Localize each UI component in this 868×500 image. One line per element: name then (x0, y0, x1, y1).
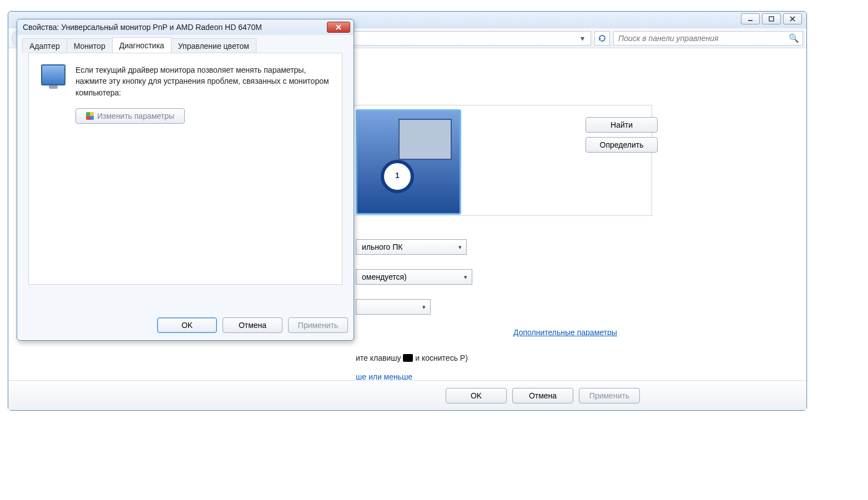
maximize-button[interactable] (762, 13, 781, 24)
tab-color-management[interactable]: Управление цветом (171, 38, 256, 53)
svg-line-3 (790, 17, 795, 21)
dialog-apply-button[interactable]: Применить (288, 317, 348, 333)
change-parameters-button[interactable]: Изменить параметры (75, 108, 185, 124)
display-dropdown[interactable]: ильного ПК (356, 239, 467, 255)
find-button[interactable]: Найти (586, 117, 658, 133)
close-button[interactable] (783, 13, 802, 24)
main-footer: OK Отмена Применить (8, 380, 806, 410)
display-number-badge: 1 (381, 160, 414, 193)
address-dropdown-icon[interactable]: ▾ (577, 34, 587, 43)
dialog-cancel-button[interactable]: Отмена (223, 317, 282, 333)
main-apply-button[interactable]: Применить (579, 388, 640, 403)
dialog-titlebar: Свойства: Универсальный монитор PnP и AM… (17, 19, 354, 35)
display-thumbnail[interactable]: 1 (356, 109, 461, 215)
search-icon[interactable]: 🔍 (789, 33, 799, 43)
orientation-dropdown[interactable] (356, 299, 431, 315)
resolution-dropdown[interactable]: омендуется) (356, 269, 472, 285)
search-input[interactable] (617, 33, 789, 43)
main-ok-button[interactable]: OK (446, 388, 507, 403)
tab-adapter[interactable]: Адаптер (22, 38, 67, 53)
uac-shield-icon (86, 112, 94, 120)
tab-diagnostics[interactable]: Диагностика (112, 37, 171, 53)
windows-key-icon (403, 354, 413, 362)
svg-line-2 (790, 17, 795, 21)
monitor-icon (398, 119, 452, 160)
minimize-button[interactable] (741, 13, 760, 24)
main-cancel-button[interactable]: Отмена (512, 388, 573, 403)
monitor-properties-dialog: Свойства: Универсальный монитор PnP и AM… (17, 19, 354, 341)
identify-button[interactable]: Определить (586, 137, 658, 153)
dialog-footer: OK Отмена Применить (23, 316, 348, 335)
projector-hint: ите клавишу и коснитесь P) (356, 353, 468, 362)
dialog-close-button[interactable] (327, 22, 350, 33)
dialog-ok-button[interactable]: OK (157, 317, 217, 333)
advanced-settings-link[interactable]: Дополнительные параметры (513, 328, 617, 337)
dialog-title: Свойства: Универсальный монитор PnP и AM… (23, 23, 327, 32)
refresh-button[interactable] (594, 31, 610, 46)
dialog-tabs: Адаптер Монитор Диагностика Управление ц… (22, 38, 256, 54)
search-box[interactable]: 🔍 (613, 31, 803, 46)
diagnostics-text: Если текущий драйвер монитора позволяет … (75, 64, 330, 98)
monitor-icon (41, 64, 65, 85)
dialog-body: Если текущий драйвер монитора позволяет … (28, 53, 342, 285)
svg-rect-1 (769, 17, 774, 21)
tab-monitor[interactable]: Монитор (67, 38, 113, 53)
